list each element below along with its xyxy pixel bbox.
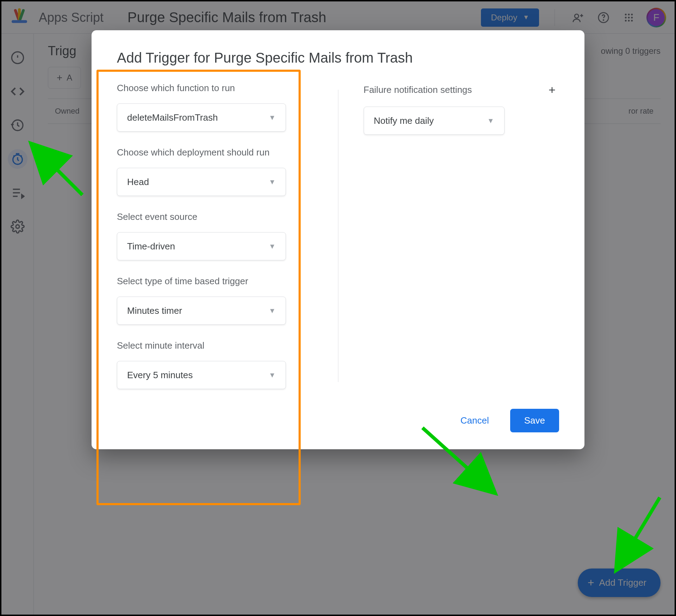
deployment-label: Choose which deployment should run bbox=[117, 147, 313, 158]
failure-notification-select[interactable]: Notify me daily ▼ bbox=[364, 107, 505, 135]
function-select[interactable]: deleteMailsFromTrash ▼ bbox=[117, 103, 286, 132]
trigger-type-value: Minutes timer bbox=[127, 305, 182, 316]
add-notification-icon[interactable]: + bbox=[545, 83, 559, 97]
trigger-type-select[interactable]: Minutes timer ▼ bbox=[117, 297, 286, 325]
caret-down-icon: ▼ bbox=[487, 117, 494, 125]
function-value: deleteMailsFromTrash bbox=[127, 112, 218, 123]
deployment-select[interactable]: Head ▼ bbox=[117, 168, 286, 196]
caret-down-icon: ▼ bbox=[269, 371, 276, 379]
event-source-label: Select event source bbox=[117, 211, 313, 222]
failure-notification-label: Failure notification settings bbox=[364, 84, 472, 95]
cancel-button[interactable]: Cancel bbox=[452, 409, 497, 432]
failure-notification-value: Notify me daily bbox=[374, 115, 434, 126]
interval-label: Select minute interval bbox=[117, 340, 313, 351]
interval-select[interactable]: Every 5 minutes ▼ bbox=[117, 361, 286, 389]
dialog-title: Add Trigger for Purge Specific Mails fro… bbox=[117, 50, 559, 66]
caret-down-icon: ▼ bbox=[269, 178, 276, 186]
function-label: Choose which function to run bbox=[117, 83, 313, 94]
dialog-divider bbox=[338, 90, 338, 382]
caret-down-icon: ▼ bbox=[269, 114, 276, 122]
caret-down-icon: ▼ bbox=[269, 242, 276, 250]
add-trigger-dialog: Add Trigger for Purge Specific Mails fro… bbox=[92, 30, 584, 449]
dialog-right-column: Failure notification settings + Notify m… bbox=[364, 83, 559, 389]
dialog-left-column: Choose which function to run deleteMails… bbox=[117, 83, 313, 389]
save-button[interactable]: Save bbox=[510, 409, 559, 432]
interval-value: Every 5 minutes bbox=[127, 370, 193, 381]
caret-down-icon: ▼ bbox=[269, 307, 276, 315]
event-source-select[interactable]: Time-driven ▼ bbox=[117, 232, 286, 260]
deployment-value: Head bbox=[127, 177, 149, 188]
event-source-value: Time-driven bbox=[127, 241, 175, 252]
trigger-type-label: Select type of time based trigger bbox=[117, 276, 313, 287]
